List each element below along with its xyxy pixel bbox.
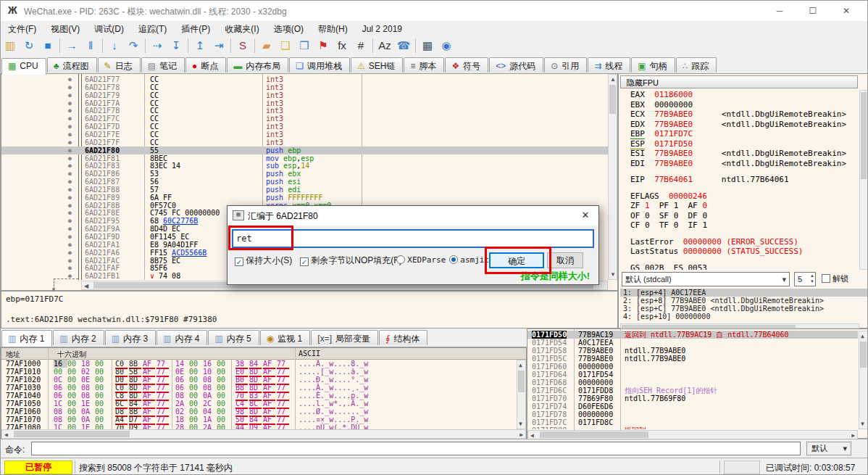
register-line[interactable]: EFLAGS 00000246	[630, 191, 858, 202]
disasm-row[interactable]: ●6AD21F7BCCint3	[1, 107, 609, 115]
dump-vscrollbar[interactable]: ▲ ▼	[517, 360, 526, 429]
register-line[interactable]: ESP 0171FD50	[630, 139, 858, 149]
breakpoint-dot-icon[interactable]: ●	[68, 92, 75, 99]
tab-symbols[interactable]: ❖符号	[445, 57, 488, 73]
pause-icon[interactable]: ‖	[81, 37, 100, 54]
stack-arg-row[interactable]: 3: [esp+C] 77B9ABE0 <ntdll.DbgUiRemoteBr…	[620, 305, 868, 313]
scroll-left-icon[interactable]: ◀	[530, 432, 534, 439]
disasm-row[interactable]: ●6AD21F77CCint3	[1, 75, 609, 83]
dump-row[interactable]: 77AF101000000200805BAF770E001000E08DAF77…	[1, 368, 516, 376]
breakpoint-dot-icon[interactable]: ●	[68, 226, 75, 232]
tab-graph[interactable]: ♣流程图	[47, 57, 97, 73]
stop-icon[interactable]: ■	[38, 37, 57, 54]
breakpoint-dot-icon[interactable]: ●	[68, 202, 75, 209]
fill-nop-checkbox[interactable]: ✓ 剩余字节以NOP填充(F)	[300, 255, 402, 267]
stack-row[interactable]: 0171FD7800000000	[527, 410, 858, 418]
stack-row[interactable]: 0171FD7C0171FD8C	[527, 418, 858, 426]
cancel-button[interactable]: 取消	[547, 252, 583, 268]
calculator-icon[interactable]: ▦	[418, 37, 437, 54]
register-line[interactable]: EIP 77B64061 ntdll.77B64061	[630, 175, 858, 185]
restart-icon[interactable]: ↻	[20, 37, 38, 54]
tab-dump-3[interactable]: ▥内存 3	[105, 330, 156, 345]
register-line[interactable]: EDX 77B9ABE0 <ntdll.DbgUiRemoteBreakin>	[630, 120, 858, 130]
disasm-vscrollbar[interactable]: ▲ ▼	[608, 74, 617, 280]
disasm-row[interactable]: ●6AD21F79CCint3	[1, 91, 609, 99]
dump-row[interactable]: 77AF107008000A00A4D7AF7718001A005084AF77…	[1, 416, 516, 424]
breakpoint-dot-icon[interactable]: ●	[68, 100, 75, 107]
bookmarks-icon[interactable]: ⚑	[314, 37, 333, 54]
register-line[interactable]: EDI 77B9ABE0 <ntdll.DbgUiRemoteBreakin>	[630, 159, 858, 169]
scroll-left-icon[interactable]: ◀	[84, 283, 88, 289]
settings-s-icon[interactable]: S	[233, 37, 252, 54]
tab-script[interactable]: ≡脚本	[404, 57, 444, 73]
register-line[interactable]: CF 0 TF 0 IF 1	[630, 220, 858, 231]
command-syntax-select[interactable]: 默认 ▾	[806, 442, 851, 455]
register-line[interactable]: LastError 00000000 (ERROR_SUCCESS)	[630, 237, 858, 247]
checkbox-checked-icon[interactable]: ✓	[235, 257, 243, 266]
tab-breakpoints[interactable]: ●断点	[185, 57, 226, 73]
hash-icon[interactable]: #	[351, 37, 370, 54]
register-line[interactable]: ESI 77B9ABE0 <ntdll.DbgUiRemoteBreakin>	[630, 149, 858, 159]
breakpoint-dot-icon[interactable]: ●	[68, 147, 75, 154]
open-file-icon[interactable]: ▥	[1, 37, 20, 54]
scroll-down-icon[interactable]: ▼	[861, 421, 864, 427]
breakpoint-dot-icon[interactable]: ●	[68, 257, 75, 264]
tab-memory-map[interactable]: ▬内存布局	[227, 57, 288, 73]
dump-hscrollbar[interactable]: ◀ ▶	[1, 429, 526, 439]
disasm-row[interactable]: ●6AD21F8055push ebp	[1, 146, 609, 154]
breakpoint-dot-icon[interactable]: ●	[68, 107, 75, 114]
scroll-down-icon[interactable]: ▼	[519, 421, 522, 427]
functions-fx-icon[interactable]: fx	[333, 37, 351, 54]
strings-az-icon[interactable]: Aᴢ	[375, 37, 394, 54]
disasm-row[interactable]: ●6AD21F78CCint3	[1, 83, 609, 91]
tab-dump-2[interactable]: ▥内存 2	[53, 330, 104, 345]
dump-row[interactable]: 77AF100016001800C08BAF77140016003884AF77…	[1, 360, 516, 368]
disasm-row[interactable]: ●6AD21F7CCCint3	[1, 115, 609, 123]
disasm-row[interactable]: ●6AD21F8383EC 14sub esp,14	[1, 162, 609, 170]
dump-col-address[interactable]: 地址	[6, 350, 20, 360]
dump-row[interactable]: 77AF106008000A00D88BAF7702000400988DAF77…	[1, 408, 516, 416]
breakpoint-dot-icon[interactable]: ●	[68, 234, 75, 240]
tab-log[interactable]: ✎日志	[98, 57, 141, 73]
register-line[interactable]: GS 002B FS 0053	[630, 263, 858, 270]
attach-icon[interactable]: ☎	[394, 37, 413, 54]
breakpoint-dot-icon[interactable]: ●	[68, 249, 75, 256]
execute-till-return-icon[interactable]: ↧	[167, 37, 185, 54]
step-out-icon[interactable]: ↥	[191, 37, 209, 54]
register-line[interactable]: ECX 77B9ABE0 <ntdll.DbgUiRemoteBreakin>	[630, 110, 858, 120]
dump-row[interactable]: 77AF10200C000E00D08DAF7706000800B08DAF77…	[1, 376, 516, 384]
stack-row[interactable]: 0171FD6800000000	[527, 379, 858, 387]
stack-row[interactable]: 0171FD6C0171FDD8指向SEH_Record[1]的指针	[527, 387, 858, 395]
disasm-row[interactable]: ●6AD21F8653push ebx	[1, 170, 609, 178]
patches-icon[interactable]: ▰	[257, 37, 276, 54]
breakpoint-dot-icon[interactable]: ●	[68, 170, 75, 177]
register-line[interactable]: LastStatus 00000000 (STATUS_SUCCESS)	[630, 247, 858, 257]
stack-row[interactable]: 0171FD640171FD54	[527, 371, 858, 379]
register-line[interactable]: ZF 1 PF 1 AF 0	[630, 201, 858, 211]
checkbox-checked-icon[interactable]: ✓	[300, 257, 309, 266]
tab-references[interactable]: ⊙引用	[544, 57, 587, 73]
args-hscrollbar[interactable]	[620, 323, 859, 329]
breakpoint-dot-icon[interactable]: ●	[68, 210, 75, 216]
stack-arg-row[interactable]: 2: [esp+8] 77B9ABE0 <ntdll.DbgUiRemoteBr…	[620, 297, 868, 305]
run-icon[interactable]: →	[62, 37, 81, 54]
stack-row[interactable]: 0171FD6000000000	[527, 363, 858, 371]
tab-call-stack[interactable]: ❏调用堆栈	[289, 57, 350, 73]
disasm-row[interactable]: ●6AD21F818BECmov ebp,esp	[1, 154, 609, 162]
tab-threads[interactable]: ⇉线程	[588, 57, 630, 73]
scroll-up-icon[interactable]: ▲	[610, 76, 616, 83]
tab-trace[interactable]: ∴跟踪	[676, 57, 717, 73]
dialog-close-icon[interactable]: ✕	[574, 206, 597, 225]
step-into-icon[interactable]: ↓	[105, 37, 124, 54]
register-line[interactable]: EBX 00000000	[630, 100, 858, 110]
tab-locals[interactable]: [x=]局部变量	[311, 330, 378, 345]
calling-convention-select[interactable]: 默认 (stdcall) ▾	[622, 272, 790, 286]
tab-cpu[interactable]: ▦CPU	[1, 58, 46, 75]
tab-notes[interactable]: ▤笔记	[141, 57, 185, 73]
breakpoint-dot-icon[interactable]: ●	[68, 123, 75, 130]
scroll-right-icon[interactable]: ▶	[851, 432, 855, 439]
chevron-down-icon[interactable]: ▾	[782, 273, 786, 286]
tab-dump-5[interactable]: ▥内存 5	[208, 330, 259, 345]
labels-icon[interactable]: ❒	[295, 37, 314, 54]
breakpoint-dot-icon[interactable]: ●	[68, 186, 75, 193]
